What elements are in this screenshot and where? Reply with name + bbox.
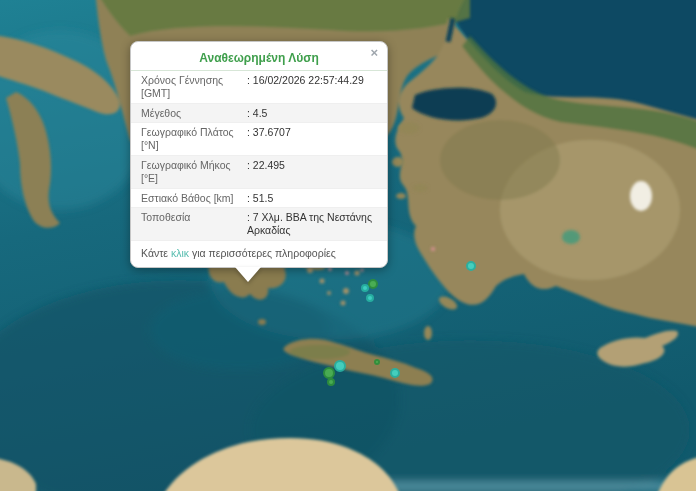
field-value: : 7 Χλμ. ΒΒΑ της Νεστάνης Αρκαδίας <box>247 211 377 237</box>
earthquake-marker-minor[interactable] <box>366 294 374 302</box>
colon: : <box>247 159 250 171</box>
footer-suffix: για περισσότερες πληροφορίες <box>189 247 336 259</box>
field-label: Γεωγραφικό Πλάτος [°N] <box>141 126 243 152</box>
row-latitude: Γεωγραφικό Πλάτος [°N] : 37.6707 <box>131 122 387 155</box>
field-value: : 4.5 <box>247 107 377 120</box>
value-text: 4.5 <box>253 107 268 119</box>
earthquake-marker-minor[interactable] <box>466 261 476 271</box>
earthquake-marker-minor[interactable] <box>390 368 400 378</box>
close-icon[interactable]: × <box>370 46 378 59</box>
field-label: Τοποθεσία <box>141 211 243 237</box>
value-text: 16/02/2026 22:57:44.29 <box>253 74 364 86</box>
row-location: Τοποθεσία : 7 Χλμ. ΒΒΑ της Νεστάνης Αρκα… <box>131 207 387 240</box>
colon: : <box>247 126 250 138</box>
earthquake-marker-moderate[interactable] <box>327 378 335 386</box>
field-label: Μέγεθος <box>141 107 243 120</box>
value-text: 37.6707 <box>253 126 291 138</box>
footer-prefix: Κάντε <box>141 247 171 259</box>
field-value: : 16/02/2026 22:57:44.29 <box>247 74 377 100</box>
colon: : <box>247 107 250 119</box>
popup-title: Αναθεωρημένη Λύση <box>131 42 387 71</box>
earthquake-info-popup: × Αναθεωρημένη Λύση Χρόνος Γέννησης [GMT… <box>130 41 388 268</box>
colon: : <box>247 211 250 223</box>
more-info-link[interactable]: κλικ <box>171 247 189 259</box>
popup-rows: Χρόνος Γέννησης [GMT] : 16/02/2026 22:57… <box>131 71 387 240</box>
earthquake-marker-minor[interactable] <box>334 360 346 372</box>
row-depth: Εστιακό Βάθος [km] : 51.5 <box>131 188 387 208</box>
value-text: 22.495 <box>253 159 285 171</box>
field-value: : 37.6707 <box>247 126 377 152</box>
row-magnitude: Μέγεθος : 4.5 <box>131 103 387 123</box>
popup-pointer <box>235 267 261 282</box>
value-text: 7 Χλμ. ΒΒΑ της Νεστάνης Αρκαδίας <box>247 211 372 236</box>
field-label: Χρόνος Γέννησης [GMT] <box>141 74 243 100</box>
earthquake-marker-moderate[interactable] <box>368 279 378 289</box>
map-viewport: × Αναθεωρημένη Λύση Χρόνος Γέννησης [GMT… <box>0 0 696 491</box>
more-info-line: Κάντε κλικ για περισσότερες πληροφορίες <box>131 240 387 267</box>
earthquake-marker-minor[interactable] <box>361 284 369 292</box>
colon: : <box>247 192 250 204</box>
field-value: : 22.495 <box>247 159 377 185</box>
row-longitude: Γεωγραφικό Μήκος [°E] : 22.495 <box>131 155 387 188</box>
field-label: Εστιακό Βάθος [km] <box>141 192 243 205</box>
field-value: : 51.5 <box>247 192 377 205</box>
value-text: 51.5 <box>253 192 273 204</box>
earthquake-marker-moderate[interactable] <box>374 359 380 365</box>
colon: : <box>247 74 250 86</box>
row-origin-time: Χρόνος Γέννησης [GMT] : 16/02/2026 22:57… <box>131 71 387 103</box>
field-label: Γεωγραφικό Μήκος [°E] <box>141 159 243 185</box>
